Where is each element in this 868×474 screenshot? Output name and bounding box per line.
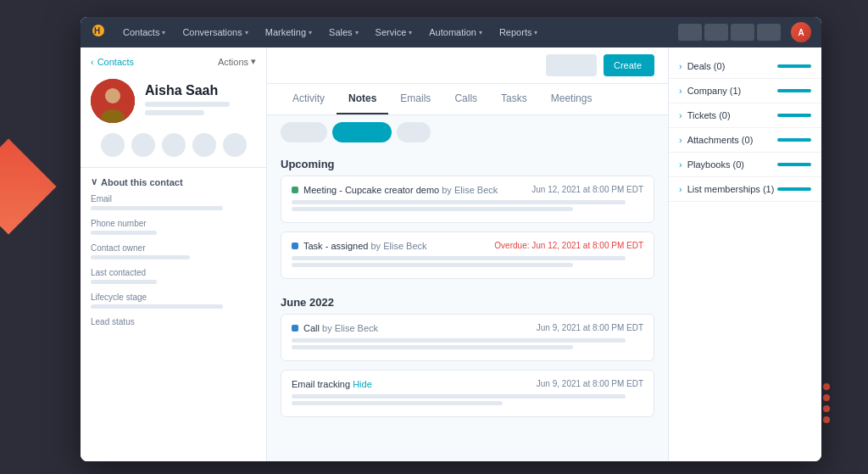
chevron-down-icon: ▾ (245, 29, 248, 36)
meeting-dot (292, 187, 298, 193)
svg-point-3 (105, 88, 120, 103)
company-line (777, 89, 811, 92)
chevron-down-icon: ▾ (534, 29, 537, 36)
chevron-down-icon: ▾ (309, 29, 312, 36)
tab-tasks[interactable]: Tasks (489, 84, 539, 114)
lifecycle-label: Lifecycle stage (91, 293, 256, 302)
action-call-button[interactable] (131, 133, 155, 157)
sidebar-header: ‹ Contacts Actions ▾ (81, 47, 266, 72)
content-area: ‹ Contacts Actions ▾ (81, 47, 821, 461)
attachments-section[interactable]: › Attachments (0) (669, 128, 821, 153)
contact-name: Aisha Saah (145, 83, 230, 98)
upcoming-header: Upcoming (281, 149, 654, 176)
timeline-content: Upcoming Meeting - Cupcake creator demo … (267, 149, 668, 417)
action-meeting-button[interactable] (192, 133, 216, 157)
action-task-button[interactable] (162, 133, 186, 157)
meeting-date: Jun 12, 2021 at 8:00 PM EDT (531, 185, 643, 194)
tickets-line (777, 114, 811, 117)
phone-field-group: Phone number (91, 219, 256, 235)
middle-panel: Create Activity Notes Emails Calls Tasks… (267, 47, 669, 461)
tab-emails[interactable]: Emails (388, 84, 442, 114)
company-section-left: › Company (1) (679, 86, 741, 96)
task-card-title: Task - assigned by Elise Beck (292, 241, 427, 251)
attachments-section-left: › Attachments (0) (679, 135, 753, 145)
last-contacted-label: Last contacted (91, 268, 256, 277)
email-label: Email (91, 194, 256, 204)
action-email-button[interactable] (101, 133, 125, 157)
lead-status-field-group: Lead status (91, 317, 256, 326)
left-sidebar: ‹ Contacts Actions ▾ (81, 47, 267, 461)
nav-sales[interactable]: Sales ▾ (322, 24, 365, 41)
meeting-card-body (292, 200, 643, 211)
nav-automation[interactable]: Automation ▾ (422, 24, 489, 41)
chevron-down-icon: ▾ (409, 29, 412, 36)
nav-contacts[interactable]: Contacts ▾ (116, 24, 172, 41)
deals-line (777, 64, 811, 68)
call-date: Jun 9, 2021 at 8:00 PM EDT (537, 323, 643, 332)
chevron-right-icon: › (679, 110, 682, 120)
avatar (91, 79, 135, 123)
navbar: H Contacts ▾ Conversations ▾ Marketing ▾… (81, 17, 821, 47)
tab-calls[interactable]: Calls (442, 84, 489, 114)
list-memberships-section[interactable]: › List memberships (1) (669, 177, 821, 202)
email-tracking-card-body (292, 394, 643, 405)
owner-field-group: Contact owner (91, 243, 256, 259)
email-tracking-title: Email tracking Hide (292, 379, 372, 389)
meeting-title-text: Meeting - Cupcake creator demo by Elise … (303, 185, 498, 195)
last-contacted-value (91, 280, 157, 284)
create-button[interactable]: Create (604, 54, 654, 76)
email-tracking-date: Jun 9, 2021 at 8:00 PM EDT (537, 379, 643, 388)
about-section: ∨ About this contact Email Phone number … (81, 168, 266, 343)
nav-conversations[interactable]: Conversations ▾ (175, 24, 254, 41)
search-boxes (678, 24, 781, 41)
lead-status-label: Lead status (91, 317, 256, 326)
hubspot-logo: H (91, 23, 106, 42)
meeting-card: Meeting - Cupcake creator demo by Elise … (281, 176, 654, 223)
phone-label: Phone number (91, 219, 256, 228)
company-section[interactable]: › Company (1) (669, 79, 821, 103)
user-avatar[interactable]: A (791, 22, 811, 42)
filter-button[interactable] (546, 54, 597, 76)
list-memberships-line (777, 187, 811, 191)
filter-all[interactable] (281, 122, 327, 142)
tickets-section[interactable]: › Tickets (0) (669, 103, 821, 128)
filter-other[interactable] (397, 122, 431, 142)
action-more-button[interactable] (223, 133, 247, 157)
tab-activity[interactable]: Activity (281, 84, 337, 114)
call-card-header: Call by Elise Beck Jun 9, 2021 at 8:00 P… (292, 323, 643, 333)
phone-value (91, 231, 157, 235)
tabs-row: Activity Notes Emails Calls Tasks Meetin… (267, 84, 668, 115)
call-card-title: Call by Elise Beck (292, 323, 378, 333)
call-dot (292, 325, 298, 332)
email-tracking-card: Email tracking Hide Jun 9, 2021 at 8:00 … (281, 370, 654, 417)
tab-meetings[interactable]: Meetings (539, 84, 604, 114)
playbooks-section[interactable]: › Playbooks (0) (669, 153, 821, 177)
hide-link[interactable]: Hide (353, 379, 372, 389)
task-date-overdue: Overdue: Jun 12, 2021 at 8:00 PM EDT (494, 241, 643, 250)
chevron-right-icon: › (679, 159, 682, 170)
owner-label: Contact owner (91, 243, 256, 253)
tickets-label: Tickets (0) (687, 110, 731, 120)
actions-button[interactable]: Actions ▾ (218, 56, 256, 67)
nav-service[interactable]: Service ▾ (369, 24, 420, 41)
lifecycle-field-group: Lifecycle stage (91, 293, 256, 309)
panel-top-bar: Create (267, 47, 668, 84)
nav-marketing[interactable]: Marketing ▾ (259, 24, 319, 41)
chevron-right-icon: › (679, 61, 682, 71)
email-value (91, 206, 223, 210)
task-title-text: Task - assigned by Elise Beck (303, 241, 427, 251)
decorative-diamond (0, 138, 57, 234)
chevron-right-icon: › (679, 184, 682, 194)
call-card: Call by Elise Beck Jun 9, 2021 at 8:00 P… (281, 314, 654, 361)
tab-notes[interactable]: Notes (337, 84, 388, 114)
contact-actions-row (81, 133, 266, 167)
lifecycle-value (91, 304, 223, 309)
list-memberships-section-left: › List memberships (1) (679, 184, 774, 194)
deals-section-left: › Deals (0) (679, 61, 725, 71)
playbooks-label: Playbooks (0) (687, 159, 744, 170)
filter-active[interactable] (332, 122, 392, 142)
back-to-contacts-link[interactable]: ‹ Contacts (91, 57, 134, 67)
nav-reports[interactable]: Reports ▾ (492, 24, 545, 41)
contact-profile: Aisha Saah (81, 72, 266, 133)
deals-section[interactable]: › Deals (0) (669, 54, 821, 79)
